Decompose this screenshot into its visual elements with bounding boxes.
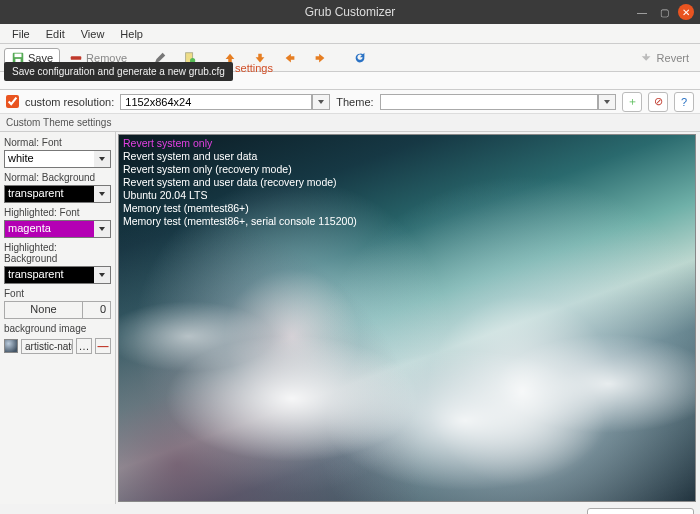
hl-font-select[interactable]: magenta bbox=[4, 220, 111, 238]
arrow-left-icon bbox=[283, 51, 297, 65]
move-left-button[interactable] bbox=[276, 48, 304, 68]
bgimage-name: artistic-natu... bbox=[21, 339, 73, 354]
window-title-bar: Grub Customizer — ▢ ✕ bbox=[0, 0, 700, 24]
theme-remove-button[interactable]: ⊘ bbox=[648, 92, 668, 112]
chevron-down-icon[interactable] bbox=[94, 267, 110, 283]
help-icon: ? bbox=[681, 96, 687, 108]
font-label: Font bbox=[4, 288, 111, 299]
minimize-icon[interactable]: — bbox=[634, 4, 650, 20]
normal-font-label: Normal: Font bbox=[4, 137, 111, 148]
menu-edit[interactable]: Edit bbox=[38, 26, 73, 42]
reload-icon bbox=[353, 51, 367, 65]
plus-icon: ＋ bbox=[627, 94, 638, 109]
footer: advanced settings bbox=[0, 504, 700, 514]
maximize-icon[interactable]: ▢ bbox=[656, 4, 672, 20]
menu-view[interactable]: View bbox=[73, 26, 113, 42]
resolution-input[interactable] bbox=[120, 94, 312, 110]
bgimage-choose-button[interactable]: … bbox=[76, 338, 92, 354]
custom-resolution-label: custom resolution: bbox=[25, 96, 114, 108]
move-right-button[interactable] bbox=[306, 48, 334, 68]
folder-icon: … bbox=[79, 340, 90, 352]
theme-legend: Custom Theme settings bbox=[0, 114, 700, 132]
arrow-right-icon bbox=[313, 51, 327, 65]
theme-input[interactable] bbox=[380, 94, 598, 110]
bgimage-thumbnail bbox=[4, 339, 18, 353]
revert-icon bbox=[640, 51, 654, 65]
hl-bg-select[interactable]: transparent bbox=[4, 266, 111, 284]
menu-file[interactable]: File bbox=[4, 26, 38, 42]
minus-icon: — bbox=[98, 340, 109, 352]
menu-help[interactable]: Help bbox=[112, 26, 151, 42]
resolution-row: custom resolution: Theme: ＋ ⊘ ? bbox=[0, 90, 700, 114]
grub-preview: Revert system only Revert system and use… bbox=[118, 134, 696, 502]
theme-add-button[interactable]: ＋ bbox=[622, 92, 642, 112]
revert-button[interactable]: Revert bbox=[633, 48, 696, 68]
chevron-down-icon[interactable] bbox=[94, 151, 110, 167]
theme-side-panel: Normal: Font white Normal: Background tr… bbox=[0, 132, 116, 504]
resolution-dropdown[interactable] bbox=[312, 94, 330, 110]
theme-dropdown[interactable] bbox=[598, 94, 616, 110]
chevron-down-icon[interactable] bbox=[94, 186, 110, 202]
theme-label: Theme: bbox=[336, 96, 373, 108]
svg-rect-3 bbox=[71, 56, 82, 60]
svg-rect-1 bbox=[15, 53, 22, 57]
hl-bg-label: Highlighted: Background bbox=[4, 242, 111, 264]
bgimage-label: background image bbox=[4, 323, 111, 334]
reload-button[interactable] bbox=[346, 48, 374, 68]
normal-bg-select[interactable]: transparent bbox=[4, 185, 111, 203]
revert-label: Revert bbox=[657, 52, 689, 64]
custom-resolution-checkbox[interactable] bbox=[6, 95, 19, 108]
font-chooser[interactable]: None 0 bbox=[4, 301, 111, 319]
menu-bar: File Edit View Help bbox=[0, 24, 700, 44]
close-icon[interactable]: ✕ bbox=[678, 4, 694, 20]
window-title: Grub Customizer bbox=[305, 5, 396, 19]
normal-font-select[interactable]: white bbox=[4, 150, 111, 168]
hl-font-label: Highlighted: Font bbox=[4, 207, 111, 218]
stop-icon: ⊘ bbox=[654, 95, 663, 108]
save-tooltip: Save configuration and generate a new gr… bbox=[4, 62, 233, 81]
chevron-down-icon[interactable] bbox=[94, 221, 110, 237]
normal-bg-label: Normal: Background bbox=[4, 172, 111, 183]
advanced-settings-button[interactable]: advanced settings bbox=[587, 508, 694, 514]
bgimage-remove-button[interactable]: — bbox=[95, 338, 111, 354]
theme-help-button[interactable]: ? bbox=[674, 92, 694, 112]
